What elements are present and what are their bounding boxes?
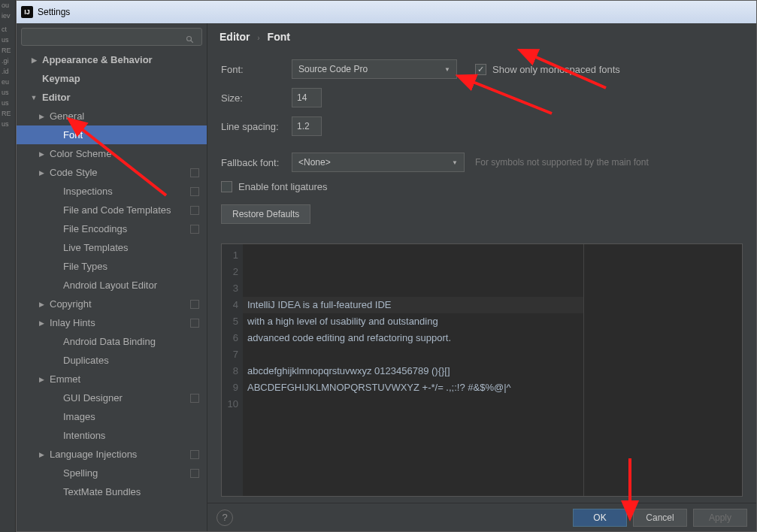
- tree-node[interactable]: ▶Copyright: [17, 295, 207, 313]
- tree-node[interactable]: ▶Intentions: [17, 426, 207, 445]
- tree-label: Language Injections: [50, 449, 137, 460]
- tree-label: GUI Designer: [63, 392, 123, 404]
- ok-button[interactable]: OK: [573, 509, 627, 527]
- tree-node[interactable]: ▶Emmet: [17, 370, 207, 388]
- tree-label: Keymap: [42, 73, 80, 84]
- tree-node[interactable]: ▶File Types: [17, 257, 207, 276]
- chevron-right-icon: ▶: [38, 301, 45, 308]
- tree-node[interactable]: ▶Live Templates: [17, 238, 207, 257]
- tree-node[interactable]: ▼Editor: [17, 88, 207, 107]
- size-input[interactable]: [292, 88, 322, 107]
- scheme-override-icon: [190, 394, 199, 403]
- svg-point-0: [187, 37, 192, 41]
- tree-label: Color Scheme: [50, 148, 111, 159]
- scheme-override-icon: [190, 469, 199, 478]
- fallback-value: <None>: [298, 157, 331, 168]
- tree-node[interactable]: ▶General: [17, 107, 207, 125]
- tree-node[interactable]: ▶Images: [17, 407, 207, 426]
- chevron-right-icon: ›: [257, 34, 259, 42]
- tree-label: General: [50, 110, 84, 122]
- tree-label: Copyright: [50, 298, 92, 310]
- tree-label: File Types: [63, 261, 107, 272]
- tree-label: Spelling: [63, 467, 98, 479]
- chevron-down-icon: ▼: [444, 66, 450, 73]
- tree-label: Appearance & Behavior: [42, 54, 153, 65]
- tree-node[interactable]: ▶Code Style: [17, 163, 207, 182]
- chevron-down-icon: ▼: [452, 159, 458, 166]
- fallback-hint: For symbols not supported by the main fo…: [475, 157, 649, 168]
- tree-node[interactable]: ▶Font: [17, 125, 207, 144]
- dialog-footer: ? OK Cancel Apply: [207, 503, 756, 531]
- cancel-button[interactable]: Cancel: [633, 509, 687, 527]
- tree-node[interactable]: ▶Android Layout Editor: [17, 276, 207, 295]
- ligatures-label: Enable font ligatures: [238, 181, 328, 192]
- tree-label: Live Templates: [63, 242, 128, 253]
- font-value: Source Code Pro: [298, 64, 368, 74]
- tree-node[interactable]: ▶Android Data Binding: [17, 332, 207, 351]
- size-label: Size:: [221, 92, 292, 104]
- tree-label: File and Code Templates: [63, 204, 171, 216]
- search-icon: [186, 35, 195, 44]
- ligatures-checkbox-row[interactable]: Enable font ligatures: [221, 181, 328, 192]
- tree-node[interactable]: ▶Inspections: [17, 182, 207, 201]
- scheme-override-icon: [190, 225, 199, 234]
- fallback-label: Fallback font:: [221, 157, 292, 168]
- settings-tree[interactable]: ▶Appearance & Behavior▶Keymap▼Editor▶Gen…: [17, 50, 207, 531]
- tree-node[interactable]: ▶Duplicates: [17, 351, 207, 370]
- tree-node[interactable]: ▶Inlay Hints: [17, 313, 207, 332]
- checkbox-unchecked-icon[interactable]: [221, 181, 232, 192]
- scheme-override-icon: [190, 319, 199, 328]
- titlebar[interactable]: IJ Settings: [17, 1, 756, 23]
- breadcrumb: Editor › Font: [207, 23, 756, 49]
- tree-label: Intentions: [63, 430, 105, 441]
- tree-node[interactable]: ▶Language Injections: [17, 445, 207, 464]
- tree-label: Android Layout Editor: [63, 280, 157, 291]
- tree-node[interactable]: ▶File Encodings: [17, 219, 207, 238]
- checkbox-checked-icon[interactable]: ✓: [475, 64, 486, 75]
- tree-node[interactable]: ▶Color Scheme: [17, 144, 207, 163]
- breadcrumb-root[interactable]: Editor: [220, 31, 250, 43]
- font-preview: 12345678910 IntelliJ IDEA is a full-feat…: [221, 243, 743, 497]
- tree-label: Inlay Hints: [50, 317, 95, 328]
- search-input[interactable]: [21, 28, 202, 46]
- tree-node[interactable]: ▶GUI Designer: [17, 388, 207, 407]
- help-button[interactable]: ?: [217, 509, 233, 526]
- chevron-right-icon: ▶: [38, 376, 45, 383]
- chevron-right-icon: ▶: [38, 150, 45, 158]
- tree-node[interactable]: ▶TextMate Bundles: [17, 482, 207, 501]
- scheme-override-icon: [190, 300, 199, 309]
- chevron-right-icon: ▶: [38, 319, 45, 327]
- tree-label: TextMate Bundles: [63, 486, 141, 497]
- preview-code[interactable]: IntelliJ IDEA is a full-featured IDEwith…: [243, 244, 584, 496]
- apply-button[interactable]: Apply: [693, 509, 747, 527]
- restore-defaults-button[interactable]: Restore Defaults: [221, 204, 310, 224]
- scheme-override-icon: [190, 206, 199, 215]
- chevron-right-icon: ▶: [30, 56, 38, 64]
- tree-node[interactable]: ▶Spelling: [17, 464, 207, 482]
- monospaced-checkbox-row[interactable]: ✓ Show only monospaced fonts: [475, 64, 620, 75]
- scheme-override-icon: [190, 187, 199, 196]
- spacing-input[interactable]: [292, 116, 322, 136]
- scheme-override-icon: [190, 450, 199, 459]
- chevron-right-icon: ▶: [38, 451, 45, 458]
- spacing-label: Line spacing:: [221, 121, 292, 132]
- tree-node[interactable]: ▶Appearance & Behavior: [17, 50, 207, 69]
- chevron-down-icon: ▼: [30, 94, 38, 101]
- monospaced-label: Show only monospaced fonts: [492, 64, 620, 75]
- settings-dialog: IJ Settings ▶Appearance & Behavior▶Keyma…: [16, 0, 757, 532]
- tree-label: Inspections: [63, 186, 113, 197]
- fallback-combo[interactable]: <None> ▼: [292, 153, 465, 172]
- tree-label: Code Style: [50, 167, 98, 178]
- tree-node[interactable]: ▶Keymap: [17, 69, 207, 88]
- window-title: Settings: [38, 7, 70, 17]
- scheme-override-icon: [190, 168, 199, 177]
- app-icon: IJ: [21, 6, 33, 18]
- tree-label: Duplicates: [63, 355, 109, 366]
- font-combo[interactable]: Source Code Pro ▼: [292, 59, 457, 79]
- tree-node[interactable]: ▶File and Code Templates: [17, 201, 207, 219]
- tree-label: Font: [63, 129, 83, 141]
- ide-background-strip: ouievctusRE.gi.ideuususREus: [0, 0, 16, 532]
- gutter: 12345678910: [222, 244, 243, 496]
- font-label: Font:: [221, 64, 292, 75]
- chevron-right-icon: ▶: [38, 169, 45, 177]
